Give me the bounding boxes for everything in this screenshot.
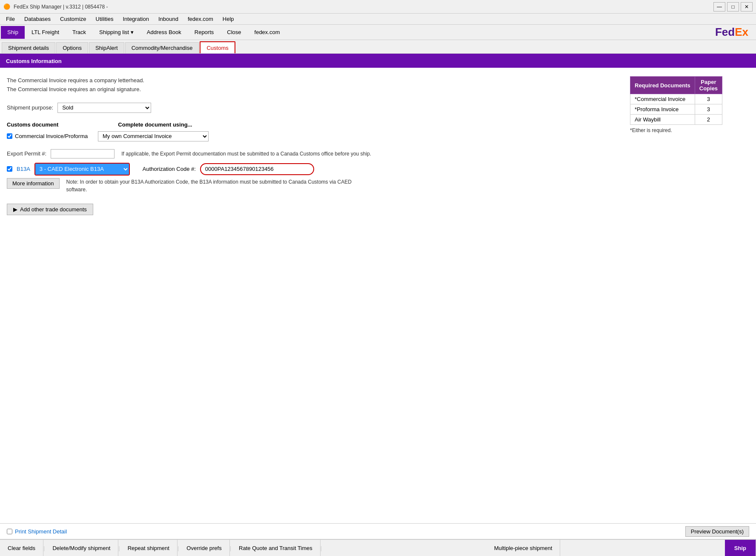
close-button[interactable]: ✕ (741, 2, 753, 12)
toolbar-reports[interactable]: Reports (188, 26, 220, 39)
tab-options[interactable]: Options (56, 42, 88, 53)
req-doc-commercial-invoice: *Commercial Invoice (630, 94, 695, 104)
menu-inbound[interactable]: Inbound (154, 15, 183, 23)
fedex-logo: FedEx (715, 26, 748, 39)
toolbar-fedexcom[interactable]: fedex.com (248, 26, 286, 39)
print-checkbox-area: Print Shipment Detail (7, 528, 67, 535)
b13a-dropdown-highlight: 3 - CAED Electronic B13A 1 - Not require… (34, 163, 130, 176)
table-row: Air Waybill 2 (630, 115, 722, 125)
menu-databases[interactable]: Databases (20, 15, 55, 23)
auth-code-label: Authorization Code #: (143, 166, 196, 172)
left-content: The Commercial Invoice requires a compan… (7, 72, 621, 223)
commercial-invoice-check-row: Commercial Invoice/Proforma (7, 133, 92, 139)
info-line-2: The Commercial Invoice requires an origi… (7, 85, 621, 94)
clear-fields-button[interactable]: Clear fields (0, 540, 43, 556)
repeat-shipment-button[interactable]: Repeat shipment (120, 540, 178, 556)
customs-doc-row: Commercial Invoice/Proforma My own Comme… (7, 131, 621, 141)
tab-shipalert[interactable]: ShipAlert (89, 42, 124, 53)
tab-shipment-details[interactable]: Shipment details (2, 42, 55, 53)
print-shipment-link[interactable]: Print Shipment Detail (15, 528, 67, 535)
toolbar-ship[interactable]: Ship (1, 26, 25, 39)
auth-code-input[interactable] (202, 164, 312, 174)
bottom-bar: Clear fields | Delete/Modify shipment | … (0, 539, 756, 556)
toolbar-address-book[interactable]: Address Book (140, 26, 188, 39)
toolbar-ltl-freight[interactable]: LTL Freight (25, 26, 66, 39)
export-permit-label: Export Permit #: (7, 150, 46, 157)
menu-customize[interactable]: Customize (56, 15, 90, 23)
b13a-note: Note: In order to obtain your B13A Autho… (66, 178, 364, 193)
export-permit-input[interactable] (51, 149, 115, 158)
shipment-purpose-row: Shipment purpose: Sold Gift Sample Retur… (7, 103, 621, 113)
toolbar-close[interactable]: Close (220, 26, 247, 39)
invoice-dropdown[interactable]: My own Commercial Invoice FedEx Commerci… (98, 131, 209, 141)
menu-help[interactable]: Help (218, 15, 238, 23)
customs-doc-header: Customs document Complete document using… (7, 121, 621, 128)
export-permit-row: Export Permit #: If applicable, the Expo… (7, 149, 621, 158)
req-doc-air-copies: 2 (695, 115, 722, 125)
menu-bar: File Databases Customize Utilities Integ… (0, 14, 756, 25)
req-docs-col-name: Required Documents (630, 77, 695, 94)
tab-bar: Shipment details Options ShipAlert Commo… (0, 40, 756, 54)
menu-file[interactable]: File (2, 15, 19, 23)
req-docs-col-copies: PaperCopies (695, 77, 722, 94)
shipment-purpose-select[interactable]: Sold Gift Sample Return Repair Personal … (57, 103, 151, 113)
toolbar-track[interactable]: Track (66, 26, 92, 39)
b13a-link[interactable]: B13A (17, 166, 30, 172)
add-docs-area: ▶ Add other trade documents (7, 204, 621, 215)
export-permit-note: If applicable, the Export Permit documen… (121, 151, 371, 157)
commercial-invoice-checkbox[interactable] (7, 133, 12, 139)
ship-button[interactable]: Ship (725, 540, 756, 556)
commercial-invoice-label: Commercial Invoice/Proforma (15, 133, 88, 139)
table-row: *Commercial Invoice 3 (630, 94, 722, 104)
menu-utilities[interactable]: Utilities (92, 15, 118, 23)
more-info-row: More information Note: In order to obtai… (7, 178, 621, 193)
req-doc-proforma-copies: 3 (695, 104, 722, 115)
preview-docs-button[interactable]: Preview Document(s) (685, 526, 749, 537)
req-doc-proforma-invoice: *Proforma Invoice (630, 104, 695, 115)
minimize-button[interactable]: — (713, 2, 725, 12)
b13a-select[interactable]: 3 - CAED Electronic B13A 1 - Not require… (35, 164, 129, 175)
col-complete-document: Complete document using... (118, 121, 192, 128)
customs-header: Customs Information (0, 54, 756, 68)
add-docs-label: Add other trade documents (20, 206, 87, 213)
customs-doc-section: Customs document Complete document using… (7, 121, 621, 141)
content-area: The Commercial Invoice requires a compan… (0, 68, 756, 223)
req-docs-footnote: *Either is required. (630, 127, 749, 133)
info-line-1: The Commercial Invoice requires a compan… (7, 76, 621, 85)
delete-modify-button[interactable]: Delete/Modify shipment (45, 540, 118, 556)
maximize-button[interactable]: □ (727, 2, 739, 12)
window-controls: — □ ✕ (713, 2, 753, 12)
menu-fedexcom[interactable]: fedex.com (183, 15, 218, 23)
toolbar-shipping-list[interactable]: Shipping list (93, 26, 140, 39)
auth-code-highlight (200, 163, 314, 175)
table-row: *Proforma Invoice 3 (630, 104, 722, 115)
required-docs-table: Required Documents PaperCopies *Commerci… (630, 76, 722, 125)
toolbar: Ship LTL Freight Track Shipping list Add… (0, 25, 756, 40)
print-preview-bar: Print Shipment Detail Preview Document(s… (0, 523, 756, 539)
app-logo: 🟠 (3, 3, 10, 10)
tab-commodity-merchandise[interactable]: Commodity/Merchandise (125, 42, 199, 53)
tab-customs[interactable]: Customs (200, 41, 235, 53)
required-docs-panel: Required Documents PaperCopies *Commerci… (621, 72, 749, 223)
col-customs-document: Customs document (7, 121, 58, 128)
b13a-checkbox[interactable] (7, 166, 12, 172)
print-shipment-checkbox[interactable] (7, 529, 12, 534)
info-lines: The Commercial Invoice requires a compan… (7, 76, 621, 94)
multiple-piece-button[interactable]: Multiple-piece shipment (487, 540, 561, 556)
add-docs-button[interactable]: ▶ Add other trade documents (7, 204, 93, 215)
title-bar-text: FedEx Ship Manager | v.3312 | 0854478 - (14, 4, 713, 10)
req-doc-air-waybill: Air Waybill (630, 115, 695, 125)
b13a-row: B13A 3 - CAED Electronic B13A 1 - Not re… (7, 163, 621, 176)
shipment-purpose-label: Shipment purpose: (7, 104, 53, 111)
override-prefs-button[interactable]: Override prefs (179, 540, 229, 556)
menu-integration[interactable]: Integration (118, 15, 153, 23)
rate-quote-button[interactable]: Rate Quote and Transit Times (231, 540, 321, 556)
add-docs-arrow-icon: ▶ (13, 206, 17, 213)
more-info-button[interactable]: More information (7, 178, 60, 189)
title-bar: 🟠 FedEx Ship Manager | v.3312 | 0854478 … (0, 0, 756, 14)
req-doc-commercial-copies: 3 (695, 94, 722, 104)
